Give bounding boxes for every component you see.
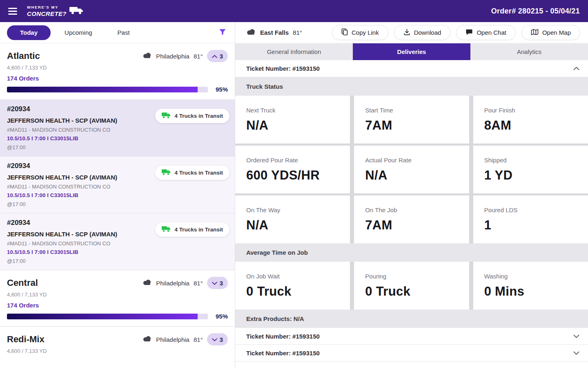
chat-icon bbox=[466, 29, 473, 37]
download-icon bbox=[403, 28, 410, 37]
group-temp: 81° bbox=[194, 280, 203, 287]
progress-bar bbox=[7, 314, 208, 319]
order-card[interactable]: #20934 JEFFERSON HEALTH - SCP (AVIMAN) #… bbox=[0, 213, 235, 270]
chevron-up-icon bbox=[212, 53, 217, 59]
location-temp: 81° bbox=[293, 29, 302, 36]
group-yards: 4,600 / 7,133 YD bbox=[7, 348, 228, 354]
stat-on-job-wait: On Job Wait 0 Truck bbox=[235, 262, 350, 310]
order-customer: #MAD11 - MADISON CONSTRUCTION CO bbox=[7, 127, 228, 133]
group-weather: Philadelphia 81° 3 bbox=[143, 333, 228, 346]
truck-icon bbox=[162, 169, 171, 177]
order-customer: #MAD11 - MADISON CONSTRUCTION CO bbox=[7, 184, 228, 190]
tab-analytics[interactable]: Analytics bbox=[470, 43, 588, 60]
trucks-in-transit-badge[interactable]: 4 Trucks in Transit bbox=[155, 166, 229, 180]
brand-logo: WHERE'S MY CONCRETE? bbox=[27, 5, 84, 17]
group-yards: 4,600 / 7,133 YD bbox=[7, 292, 228, 298]
progress-percent: 95% bbox=[213, 86, 228, 93]
group-city: Philadelphia bbox=[156, 53, 189, 60]
order-customer: #MAD11 - MADISON CONSTRUCTION CO bbox=[7, 240, 228, 247]
tab-today[interactable]: Today bbox=[7, 25, 51, 40]
ticket-accordion-collapsed[interactable]: Ticket Number: #1593150 bbox=[235, 345, 588, 361]
cloud-icon bbox=[143, 279, 152, 287]
tab-deliveries[interactable]: Deliveries bbox=[353, 43, 470, 60]
stat-ordered-pour-rate: Ordered Pour Rate 600 YDS/HR bbox=[235, 146, 350, 193]
chevron-down-icon bbox=[573, 351, 579, 355]
trucks-in-transit-badge[interactable]: 4 Trucks in Transit bbox=[155, 222, 229, 237]
group-temp: 81° bbox=[194, 53, 203, 60]
order-detail-panel: East Falls 81° Copy Link Download bbox=[235, 22, 588, 368]
filter-icon[interactable] bbox=[217, 27, 228, 38]
map-icon bbox=[531, 29, 539, 37]
order-card[interactable]: #20934 JEFFERSON HEALTH - SCP (AVIMAN) #… bbox=[0, 156, 235, 213]
group-header: Central Philadelphia 81° 3 bbox=[7, 276, 228, 290]
toolbar-buttons: Copy Link Download Open Chat bbox=[332, 25, 580, 40]
copy-icon bbox=[341, 28, 348, 37]
truck-status-header: Truck Status bbox=[235, 77, 588, 96]
menu-icon[interactable] bbox=[8, 8, 17, 15]
chevron-up-icon bbox=[573, 67, 579, 70]
plant-group-central: Central Philadelphia 81° 3 bbox=[0, 270, 235, 320]
order-card[interactable]: #20934 JEFFERSON HEALTH - SCP (AVIMAN) #… bbox=[0, 99, 235, 156]
order-number: Order# 280215 - 05/04/21 bbox=[491, 7, 580, 16]
cloud-icon bbox=[143, 336, 152, 343]
progress-fill bbox=[7, 87, 198, 92]
brand-line1: WHERE'S MY bbox=[27, 5, 67, 9]
ticket-number-label: Ticket Number: #1593150 bbox=[246, 350, 320, 357]
detail-tab-bar: General Information Deliveries Analytics bbox=[235, 43, 588, 60]
group-orders-count: 174 Orders bbox=[7, 302, 228, 309]
stat-next-truck: Next Truck N/A bbox=[235, 96, 350, 144]
progress-percent: 95% bbox=[213, 313, 228, 320]
trucks-in-transit-badge[interactable]: 4 Trucks in Transit bbox=[155, 109, 229, 123]
stat-poured-lds: Poured LDS 1 bbox=[473, 195, 588, 243]
chevron-down-icon bbox=[212, 280, 217, 286]
open-chat-button[interactable]: Open Chat bbox=[456, 25, 516, 40]
order-details: 10.5/10.5 I 7:00 I C33015LIB bbox=[7, 249, 228, 255]
average-time-header: Average Time on Job bbox=[235, 243, 588, 262]
tab-past[interactable]: Past bbox=[118, 29, 130, 36]
stat-actual-pour-rate: Actual Pour Rate N/A bbox=[354, 146, 469, 193]
transit-badge-label: 4 Trucks in Transit bbox=[174, 227, 223, 233]
group-collapse-toggle[interactable]: 3 bbox=[207, 50, 228, 62]
group-weather: Philadelphia 81° 3 bbox=[143, 277, 228, 289]
group-collapse-toggle[interactable]: 3 bbox=[207, 277, 228, 289]
download-button[interactable]: Download bbox=[394, 25, 451, 40]
group-orders-count: 174 Orders bbox=[7, 75, 228, 82]
download-label: Download bbox=[414, 29, 441, 36]
progress-fill bbox=[7, 314, 198, 319]
tab-upcoming[interactable]: Upcoming bbox=[65, 29, 92, 36]
stat-on-the-way: On The Way N/A bbox=[235, 195, 350, 243]
detail-toolbar: East Falls 81° Copy Link Download bbox=[235, 22, 588, 43]
plant-group-list: Atlantic Philadelphia 81° 3 bbox=[0, 43, 235, 368]
transit-badge-label: 4 Trucks in Transit bbox=[174, 113, 223, 119]
sidebar-tab-bar: Today Upcoming Past bbox=[0, 22, 235, 43]
stat-pouring: Pouring 0 Truck bbox=[354, 262, 469, 310]
chevron-down-icon bbox=[212, 337, 217, 343]
top-bar: WHERE'S MY CONCRETE? Order# 280215 - 05/… bbox=[0, 0, 588, 22]
ticket-accordion-expanded[interactable]: Ticket Number: #1593150 bbox=[235, 60, 588, 77]
main-content: Today Upcoming Past Atlantic bbox=[0, 22, 588, 368]
app: WHERE'S MY CONCRETE? Order# 280215 - 05/… bbox=[0, 0, 588, 368]
order-details: 10.5/10.5 I 7:00 I C33015LIB bbox=[7, 192, 228, 198]
copy-link-button[interactable]: Copy Link bbox=[332, 25, 388, 40]
group-city: Philadelphia bbox=[156, 336, 189, 343]
plant-group-atlantic: Atlantic Philadelphia 81° 3 bbox=[0, 43, 235, 93]
order-time: @17:00 bbox=[7, 258, 228, 264]
location-weather: East Falls 81° bbox=[246, 29, 302, 36]
open-map-button[interactable]: Open Map bbox=[521, 25, 580, 40]
orders-sidebar: Today Upcoming Past Atlantic bbox=[0, 22, 235, 368]
truck-logo-icon bbox=[69, 6, 84, 16]
transit-badge-label: 4 Trucks in Transit bbox=[174, 170, 223, 176]
stat-washing: Washing 0 Mins bbox=[473, 262, 588, 310]
group-progress: 95% bbox=[7, 86, 228, 93]
group-name: Redi-Mix bbox=[7, 334, 45, 345]
group-city: Philadelphia bbox=[156, 280, 189, 287]
ticket-accordion-collapsed[interactable]: Ticket Number: #1593150 bbox=[235, 328, 588, 345]
group-collapse-toggle[interactable]: 3 bbox=[207, 333, 228, 346]
location-name: East Falls bbox=[260, 29, 289, 36]
open-chat-label: Open Chat bbox=[477, 29, 506, 36]
tab-general-information[interactable]: General Information bbox=[235, 43, 353, 60]
copy-link-label: Copy Link bbox=[352, 29, 379, 36]
group-yards: 4,600 / 7,133 YD bbox=[7, 65, 228, 71]
group-name: Atlantic bbox=[7, 51, 40, 61]
order-time: @17:00 bbox=[7, 144, 228, 150]
